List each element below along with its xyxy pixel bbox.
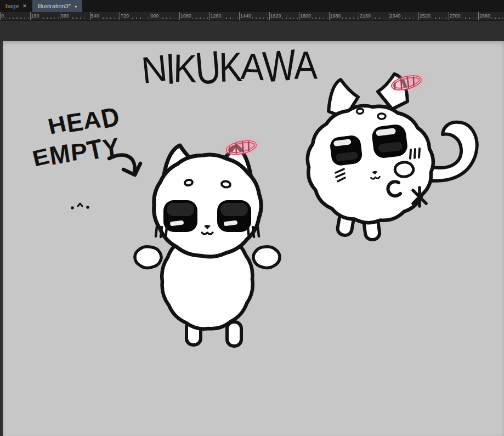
cat-drawing-side <box>303 72 492 245</box>
tab-page[interactable]: bage × <box>0 0 32 12</box>
ruler-tick: 1080 <box>179 12 209 20</box>
ruler-tick: 360 <box>60 12 90 20</box>
ruler-tick: 1260 <box>209 12 240 20</box>
ruler-tick: 0 <box>0 12 30 20</box>
ruler-tick: 2340 <box>389 12 419 20</box>
cat1-left-wing <box>135 247 161 268</box>
unsaved-indicator-icon: ● <box>75 4 77 8</box>
ruler-tick: 540 <box>90 12 120 20</box>
ruler-tick: 720 <box>120 12 150 20</box>
ruler-tick: 1800 <box>299 12 329 20</box>
ruler-tick: 1620 <box>269 12 299 20</box>
ruler-tick: 1980 <box>329 12 359 20</box>
ruler-tick: 1440 <box>239 12 269 20</box>
canvas[interactable]: NIKUKAWA HEAD EMPTY <box>3 41 504 436</box>
cat2-paw-puff <box>395 162 414 177</box>
ruler-tick: 180 <box>30 12 60 20</box>
ruler-tick: 2880 <box>478 12 504 20</box>
scribble-dots <box>69 200 94 212</box>
tab-bar: bage × Illustration3* ● <box>0 0 504 12</box>
tab-illustration3-label: Illustration3* <box>38 3 71 9</box>
horizontal-ruler: 0180360540720900108012601440162018001980… <box>0 12 504 21</box>
ruler-tick: 2160 <box>359 12 389 20</box>
cat2-left-eye <box>329 134 363 166</box>
tab-close-icon[interactable]: × <box>22 3 26 9</box>
title-lettering: NIKUKAWA <box>136 41 321 94</box>
tab-page-label: bage <box>5 3 19 9</box>
ruler-tick: 2700 <box>449 12 479 20</box>
tab-illustration3[interactable]: Illustration3* ● <box>32 0 83 12</box>
cat-drawing-front <box>120 133 295 353</box>
cat1-right-wing <box>253 247 280 268</box>
ruler-tick: 2520 <box>418 12 449 20</box>
ruler-tick: 900 <box>150 12 180 20</box>
drawing-app-window: bage × Illustration3* ● 0180360540720900… <box>0 0 504 436</box>
cat2-body <box>308 106 433 223</box>
